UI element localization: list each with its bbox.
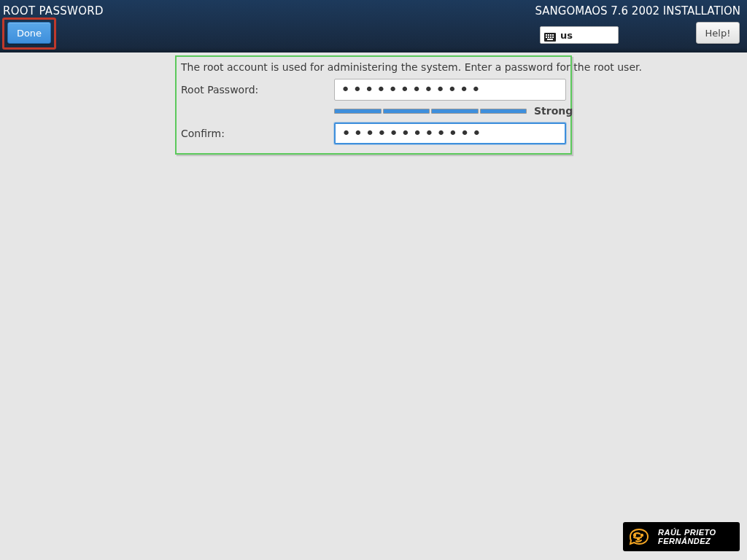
strength-segment [480, 109, 527, 114]
svg-rect-2 [548, 34, 549, 36]
keyboard-layout-selector[interactable]: us [540, 26, 619, 44]
svg-point-11 [641, 534, 643, 536]
brain-icon [626, 526, 652, 547]
svg-rect-9 [547, 39, 553, 40]
svg-rect-6 [548, 36, 549, 38]
svg-rect-7 [550, 36, 551, 38]
svg-rect-5 [546, 36, 547, 38]
password-strength-row: Strong [334, 102, 569, 121]
confirm-password-label: Confirm: [179, 128, 334, 139]
watermark-line2: FERNÁNDEZ [658, 537, 716, 545]
strength-segment [431, 109, 479, 114]
root-password-input[interactable]: •••••••••••• [334, 79, 566, 101]
keyboard-layout-label: us [560, 30, 573, 41]
password-strength-meter [334, 109, 527, 114]
svg-rect-4 [552, 34, 554, 36]
help-button[interactable]: Help! [696, 22, 740, 44]
svg-rect-3 [550, 34, 551, 36]
page-title: ROOT PASSWORD [3, 4, 104, 18]
svg-rect-1 [546, 34, 547, 36]
root-password-form: The root account is used for administeri… [175, 55, 572, 155]
watermark-text: RAÚL PRIETO FERNÁNDEZ [658, 528, 716, 545]
strength-segment [383, 109, 430, 114]
root-password-row: Root Password: •••••••••••• [179, 77, 568, 102]
top-bar: ROOT PASSWORD SANGOMAOS 7.6 2002 INSTALL… [0, 0, 747, 52]
svg-point-12 [638, 538, 639, 540]
strength-segment [334, 109, 382, 114]
watermark-line1: RAÚL PRIETO [658, 528, 716, 537]
svg-point-10 [634, 534, 635, 536]
installer-title: SANGOMAOS 7.6 2002 INSTALLATION [535, 4, 740, 18]
svg-rect-8 [552, 36, 554, 38]
author-watermark: RAÚL PRIETO FERNÁNDEZ [623, 522, 740, 551]
keyboard-icon [544, 31, 556, 39]
done-button[interactable]: Done [7, 22, 51, 44]
confirm-password-row: Confirm: •••••••••••• [179, 121, 568, 146]
instruction-text: The root account is used for administeri… [179, 60, 568, 77]
root-password-label: Root Password: [179, 84, 334, 96]
confirm-password-input[interactable]: •••••••••••• [334, 122, 566, 144]
password-strength-label: Strong [534, 105, 569, 117]
